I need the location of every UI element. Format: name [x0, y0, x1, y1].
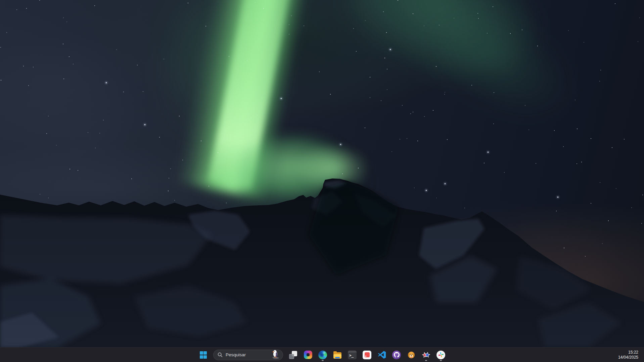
taskbar-app-file-explorer[interactable]	[331, 348, 344, 362]
dog-face-icon	[407, 351, 416, 359]
copilot-icon	[304, 351, 312, 359]
taskbar-app-edge[interactable]	[316, 348, 329, 362]
search-icon	[218, 352, 223, 357]
taskbar-app-red-notes[interactable]	[360, 348, 374, 362]
red-square-tile-icon	[363, 351, 371, 359]
search-box[interactable]: Pesquisar	[213, 350, 283, 360]
windows-logo-icon	[200, 351, 207, 358]
mountain-silhouette	[0, 0, 644, 362]
running-indicator	[425, 360, 427, 361]
red-blue-stars-icon	[422, 351, 430, 359]
running-indicator	[440, 360, 442, 361]
taskbar-app-vscode[interactable]	[375, 348, 388, 362]
taskbar-app-task-view[interactable]	[286, 348, 300, 362]
task-view-icon	[289, 351, 297, 359]
github-octocat-icon	[392, 351, 401, 359]
taskbar-app-slack[interactable]	[434, 348, 448, 362]
taskbar-app-copilot[interactable]	[301, 348, 315, 362]
clock-time: 15:22	[628, 350, 638, 355]
taskbar-app-star[interactable]	[419, 348, 433, 362]
terminal-icon: >_	[348, 351, 357, 359]
slack-icon	[436, 351, 445, 359]
clock-date: 14/04/2025	[618, 355, 638, 360]
search-placeholder: Pesquisar	[226, 352, 246, 357]
vscode-icon	[378, 351, 386, 359]
taskbar-app-dog[interactable]	[405, 348, 418, 362]
edge-browser-icon	[318, 351, 327, 359]
running-indicator	[322, 360, 324, 361]
puffin-bird-image	[271, 350, 280, 359]
desktop[interactable]: Pesquisar	[0, 0, 644, 362]
taskbar-clock[interactable]: 15:22 14/04/2025	[618, 348, 644, 362]
taskbar-app-terminal[interactable]: >_	[346, 348, 359, 362]
folder-icon	[333, 351, 342, 359]
start-button[interactable]	[196, 348, 210, 362]
taskbar: Pesquisar	[0, 347, 644, 362]
taskbar-app-github-desktop[interactable]	[390, 348, 403, 362]
